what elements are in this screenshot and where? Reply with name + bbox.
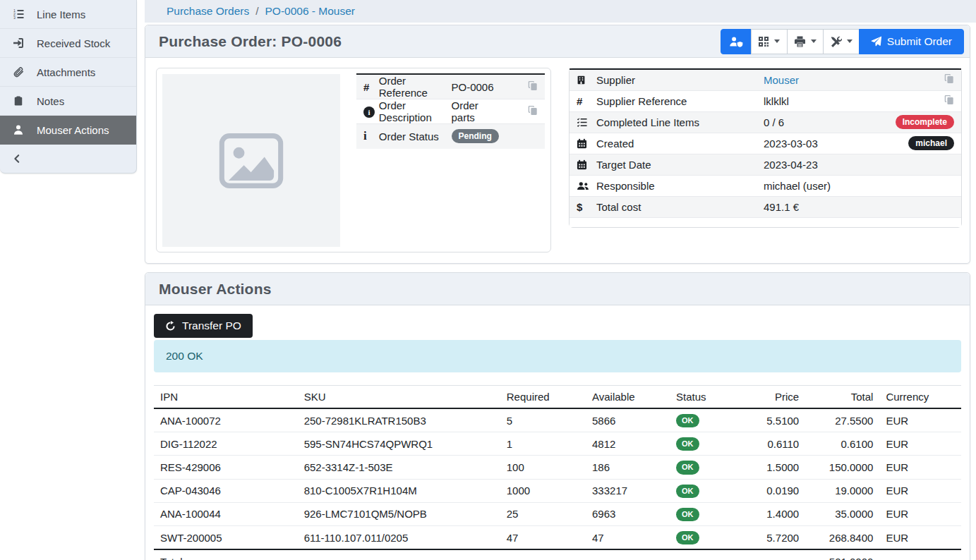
list-ol-icon: 123 xyxy=(11,8,26,20)
info-circle-icon: i xyxy=(363,106,375,118)
chevron-left-icon xyxy=(12,154,22,164)
line-items-table: IPN SKU Required Available Status Price … xyxy=(154,385,961,560)
cell-price: 5.5100 xyxy=(738,408,805,432)
dollar-icon: $ xyxy=(577,201,582,213)
sidebar-item-received-stock[interactable]: Received Stock xyxy=(0,29,136,58)
detail-row-supplier-reference: # Supplier Reference lklklkl xyxy=(570,90,961,111)
cell-sku: 810-C1005X7R1H104M xyxy=(298,479,500,502)
ok-badge: OK xyxy=(676,437,699,451)
table-row: CAP-043046 810-C1005X7R1H104M 1000 33321… xyxy=(154,479,961,502)
page-title: Purchase Order: PO-0006 xyxy=(159,33,342,50)
cell-required: 47 xyxy=(500,525,586,549)
detail-row-spacer xyxy=(570,217,961,227)
detail-value: 2023-04-23 xyxy=(764,154,884,175)
order-actions-menu-button[interactable] xyxy=(823,29,860,54)
supplier-link[interactable]: Mouser xyxy=(764,74,799,86)
caret-down-icon xyxy=(811,39,817,43)
barcode-menu-button[interactable] xyxy=(751,29,788,54)
copy-icon[interactable] xyxy=(528,105,538,116)
table-row: ANA-100072 250-72981KLRATR150B3 5 5866 O… xyxy=(154,408,961,432)
sidebar-item-attachments[interactable]: Attachments xyxy=(0,58,136,87)
table-row: DIG-112022 595-SN74HCS74QPWRQ1 1 4812 OK… xyxy=(154,432,961,456)
col-header-status: Status xyxy=(670,386,738,409)
list-check-icon xyxy=(577,117,596,128)
cell-available: 333217 xyxy=(586,479,670,502)
cell-price: 0.0190 xyxy=(738,479,805,502)
transfer-po-button[interactable]: Transfer PO xyxy=(154,314,253,338)
sidebar-item-mouser-actions[interactable]: Mouser Actions xyxy=(0,116,136,145)
cell-ipn: ANA-100072 xyxy=(154,408,298,432)
col-header-currency: Currency xyxy=(879,386,961,409)
sidebar-item-notes[interactable]: Notes xyxy=(0,87,136,116)
breadcrumb: Purchase Orders / PO-0006 - Mouser xyxy=(145,0,976,23)
sidebar-item-label: Attachments xyxy=(37,66,95,78)
qrcode-icon xyxy=(758,36,769,47)
cell-currency: EUR xyxy=(879,502,961,525)
paper-plane-icon xyxy=(871,36,882,47)
col-header-total: Total xyxy=(805,386,879,409)
transfer-po-label: Transfer PO xyxy=(182,319,241,332)
detail-label: Responsible xyxy=(596,175,764,196)
purchase-order-panel-header: Purchase Order: PO-0006 xyxy=(145,25,970,58)
supplier-details-card: Supplier Mouser # Supplier Reference lkl… xyxy=(569,68,962,228)
copy-icon[interactable] xyxy=(944,73,954,84)
clipboard-icon xyxy=(11,95,26,106)
detail-row-target-date: Target Date 2023-04-23 xyxy=(570,154,961,175)
ok-badge: OK xyxy=(676,485,699,498)
cell-sku: 652-3314Z-1-503E xyxy=(298,456,500,479)
table-row: RES-429006 652-3314Z-1-503E 100 186 OK 1… xyxy=(154,456,961,479)
submit-order-button[interactable]: Submit Order xyxy=(859,29,964,54)
detail-label: Order Status xyxy=(379,124,452,149)
detail-row-supplier: Supplier Mouser xyxy=(570,69,961,90)
app-root: Purchase Orders / PO-0006 - Mouser 123 L… xyxy=(0,0,976,560)
status-alert: 200 OK xyxy=(154,340,961,372)
detail-value: lklklkl xyxy=(764,90,884,111)
order-image-placeholder[interactable] xyxy=(162,74,340,247)
sidebar-item-label: Line Items xyxy=(37,8,85,20)
cell-currency: EUR xyxy=(879,408,961,432)
cell-available: 5866 xyxy=(586,408,670,432)
ok-badge: OK xyxy=(676,508,699,521)
cell-required: 25 xyxy=(500,502,586,525)
detail-row-total-cost: $ Total cost 491.1 € xyxy=(570,196,961,217)
detail-label: Completed Line Items xyxy=(596,111,764,133)
cell-price: 1.4000 xyxy=(738,502,805,525)
cell-total: 27.5500 xyxy=(805,408,879,432)
detail-value: 491.1 € xyxy=(764,196,884,217)
sidebar-collapse-button[interactable] xyxy=(0,145,136,173)
refresh-icon xyxy=(165,321,176,331)
cell-price: 0.6110 xyxy=(738,432,805,456)
submit-order-label: Submit Order xyxy=(887,35,952,48)
print-menu-button[interactable] xyxy=(787,29,824,54)
cell-ipn: ANA-100044 xyxy=(154,502,298,525)
breadcrumb-link-purchase-orders[interactable]: Purchase Orders xyxy=(167,5,249,18)
mouser-actions-title: Mouser Actions xyxy=(159,281,272,298)
cell-available: 4812 xyxy=(586,432,670,456)
breadcrumb-separator: / xyxy=(255,5,258,18)
cell-price: 1.5000 xyxy=(738,456,805,479)
copy-icon[interactable] xyxy=(528,80,538,91)
sidebar-item-line-items[interactable]: 123 Line Items xyxy=(0,0,136,29)
cell-price: 5.7200 xyxy=(738,525,805,549)
copy-icon[interactable] xyxy=(944,95,954,105)
detail-row-completed-line-items: Completed Line Items 0 / 6 Incomplete xyxy=(570,111,961,133)
detail-label: Supplier xyxy=(596,69,764,90)
calendar-icon xyxy=(577,159,596,170)
mouser-actions-body: Transfer PO 200 OK IPN SKU Required Avai… xyxy=(145,305,970,560)
cell-currency: EUR xyxy=(879,525,961,549)
detail-value: Order parts xyxy=(452,99,499,124)
cell-currency: EUR xyxy=(879,479,961,502)
col-header-required: Required xyxy=(500,386,586,409)
table-row: SWT-200005 611-110.107.011/0205 47 47 OK… xyxy=(154,525,961,549)
ok-badge: OK xyxy=(676,461,699,474)
sidebar-item-label: Received Stock xyxy=(37,37,110,49)
admin-view-button[interactable] xyxy=(721,29,752,54)
image-placeholder-icon xyxy=(208,126,294,196)
breadcrumb-link-current-order[interactable]: PO-0006 - Mouser xyxy=(265,5,355,18)
table-row: ANA-100044 926-LMC7101QM5/NOPB 25 6963 O… xyxy=(154,502,961,525)
status-badge: Pending xyxy=(452,129,499,143)
info-icon: i xyxy=(363,129,367,142)
detail-label: Supplier Reference xyxy=(596,90,764,111)
cell-available: 186 xyxy=(586,456,670,479)
sign-in-icon xyxy=(11,37,26,49)
